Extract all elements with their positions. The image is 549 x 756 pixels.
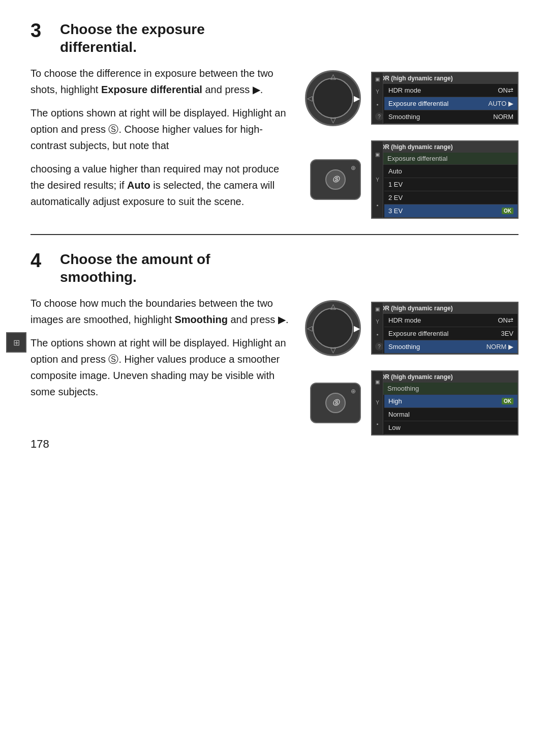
rec-icon-1: ⊕ xyxy=(351,164,356,171)
menu1-row-hdrmode: HDR mode ON⇄ xyxy=(384,84,517,97)
ok-dial-2: Ⓢ xyxy=(325,393,346,413)
section-4: 4 Choose the amount of smoothing. To cho… xyxy=(30,250,518,435)
ok-menu2-group: ⊕ Ⓢ HDR (high dynamic range) Exposure di… xyxy=(305,140,518,219)
dpad-left-1: ◁ xyxy=(307,94,313,102)
menu1-rows: HDR mode ON⇄ Exposure differential AUTO … xyxy=(384,84,517,124)
icon-m4-3: ▪ xyxy=(377,421,379,427)
section-divider xyxy=(30,234,518,235)
dpad-circle-2 xyxy=(313,308,353,348)
section-3-content: To choose the difference in exposure bet… xyxy=(30,65,518,219)
menu3-title: HDR (high dynamic range) xyxy=(372,303,517,314)
section-3-para2: The options shown at right will be displ… xyxy=(30,105,290,154)
dpad-right-2: ▶ xyxy=(354,324,360,333)
ok-menu4-group: ⊕ Ⓢ HDR (high dynamic range) Smoothing xyxy=(305,370,518,435)
menu2-side-icons: ▣ Y ▪ xyxy=(372,141,383,218)
menu3-row-smoothing: Smoothing NORM ▶ xyxy=(384,340,517,354)
menu1-body: ▣ Y ▪ ✦ HDR mode ON⇄ xyxy=(372,84,517,124)
dpad-controller-2: △ ▽ ◁ ▶ xyxy=(300,295,366,361)
rec-icon-2: ⊕ xyxy=(351,388,356,395)
icon-m3-2: Y xyxy=(376,319,379,325)
menu3-row-hdrmode: HDR mode ON⇄ xyxy=(384,314,517,327)
section-3-text: To choose the difference in exposure bet… xyxy=(30,65,290,219)
dpad-2: △ ▽ ◁ ▶ xyxy=(305,300,361,356)
section-4-content: To choose how much the boundaries betwee… xyxy=(30,295,518,435)
menu1-question: ? xyxy=(375,112,383,121)
icon-1: ▣ xyxy=(375,76,380,82)
dpad-controller-1: △ ▽ ◁ ▶ xyxy=(300,65,366,131)
menu3-body: ▣ Y ▪ ✦ HDR mode ON⇄ xyxy=(372,314,517,354)
section-3-para3: choosing a value higher than required ma… xyxy=(30,161,290,210)
ok-body-1: ⊕ Ⓢ xyxy=(310,159,361,200)
dpad-up-2: △ xyxy=(330,302,336,310)
section-4-para2: The options shown at right will be displ… xyxy=(30,335,290,400)
section-3-header: 3 Choose the exposure differential. xyxy=(30,20,518,56)
menu1-row-smoothing: Smoothing NORM xyxy=(384,110,517,124)
menu4-title: HDR (high dynamic range) xyxy=(372,371,517,383)
menu2-body: ▣ Y ▪ Auto 1 EV xyxy=(372,165,517,218)
ok-controller-1: ⊕ Ⓢ xyxy=(305,149,366,210)
icon-m4-2: Y xyxy=(376,400,379,405)
menu3-rows: HDR mode ON⇄ Exposure differential 3EV S… xyxy=(384,314,517,354)
menu2-title: HDR (high dynamic range) xyxy=(372,141,517,153)
dpad-circle-1 xyxy=(313,78,353,119)
section-3-para1: To choose the difference in exposure bet… xyxy=(30,65,290,98)
menu4-row-normal: Normal xyxy=(384,408,517,421)
dpad-menu1-group: △ ▽ ◁ ▶ xyxy=(300,65,518,131)
section-4-para1: To choose how much the boundaries betwee… xyxy=(30,295,290,328)
icon-m3-1: ▣ xyxy=(375,306,380,312)
menu4-rows: High OK Normal Low xyxy=(384,395,517,434)
icon-m2-1: ▣ xyxy=(375,152,380,157)
camera-menu-4: HDR (high dynamic range) Smoothing ▣ Y ▪ xyxy=(371,370,518,435)
menu4-row-low: Low xyxy=(384,421,517,434)
menu4-body: ▣ Y ▪ High OK Normal xyxy=(372,395,517,434)
ok-body-2: ⊕ Ⓢ xyxy=(310,383,361,423)
section-4-header: 4 Choose the amount of smoothing. xyxy=(30,250,518,286)
menu4-row-high: High OK xyxy=(384,395,517,408)
dpad-left-2: ◁ xyxy=(307,324,313,332)
icon-m2-2: Y xyxy=(376,177,379,183)
icon-3: ▪ xyxy=(377,102,379,107)
ok-dial-1: Ⓢ xyxy=(325,169,346,190)
menu4-subtitle-row: Smoothing xyxy=(372,383,517,395)
menu2-row-3ev: 3 EV OK xyxy=(384,205,517,218)
menu1-row-exposure: Exposure differential AUTO ▶ xyxy=(384,97,517,110)
menu2-rows: Auto 1 EV 2 EV 3 EV OK xyxy=(384,165,517,218)
icon-m4-1: ▣ xyxy=(375,379,380,385)
sidebar-icon: ⊞ xyxy=(6,332,26,353)
step-3-number: 3 xyxy=(30,20,51,42)
page-number: 178 xyxy=(30,438,49,451)
step-3-title: Choose the exposure differential. xyxy=(60,20,205,56)
icon-2: Y xyxy=(376,89,379,95)
section-4-text: To choose how much the boundaries betwee… xyxy=(30,295,290,435)
menu3-question: ? xyxy=(375,342,383,351)
camera-menu-2: HDR (high dynamic range) Exposure differ… xyxy=(371,140,518,219)
menu2-row-2ev: 2 EV xyxy=(384,191,517,205)
dpad-down-1: ▽ xyxy=(330,116,336,124)
section-3: 3 Choose the exposure differential. To c… xyxy=(30,20,518,219)
ok-controller-2: ⊕ Ⓢ xyxy=(305,372,366,433)
menu1-title: HDR (high dynamic range) xyxy=(372,73,517,84)
section-3-images: △ ▽ ◁ ▶ xyxy=(300,65,518,219)
dpad-up-1: △ xyxy=(330,72,336,80)
dpad-menu3-group: △ ▽ ◁ ▶ xyxy=(300,295,518,361)
dpad-right-1: ▶ xyxy=(354,94,360,103)
menu2-row-1ev: 1 EV xyxy=(384,178,517,191)
menu2-row-auto: Auto xyxy=(384,165,517,178)
page: 3 Choose the exposure differential. To c… xyxy=(0,0,549,466)
menu2-subtitle-row: Exposure differential xyxy=(372,153,517,165)
step-4-title: Choose the amount of smoothing. xyxy=(60,250,210,286)
icon-m3-3: ▪ xyxy=(377,332,379,337)
menu4-side-icons: ▣ Y ▪ xyxy=(372,371,383,434)
dpad-down-2: ▽ xyxy=(330,346,336,354)
icon-m2-3: ▪ xyxy=(377,202,379,208)
section-4-images: △ ▽ ◁ ▶ xyxy=(300,295,518,435)
camera-menu-3: HDR (high dynamic range) ▣ Y ▪ ✦ HDR mod… xyxy=(371,302,518,355)
camera-menu-1: HDR (high dynamic range) ▣ Y ▪ ✦ HDR mod… xyxy=(371,72,518,125)
dpad-1: △ ▽ ◁ ▶ xyxy=(305,70,361,126)
step-4-number: 4 xyxy=(30,250,51,272)
menu3-row-exposure: Exposure differential 3EV xyxy=(384,327,517,340)
